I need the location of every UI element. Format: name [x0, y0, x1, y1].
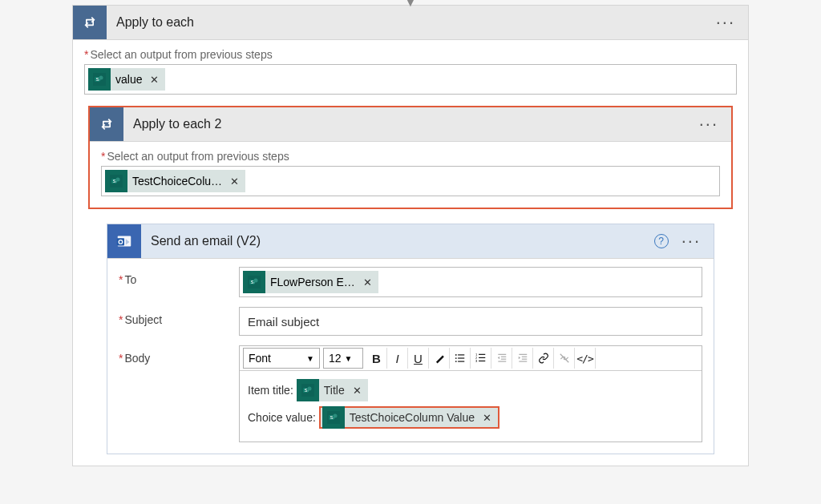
- svg-text:S: S: [330, 415, 333, 420]
- body-content[interactable]: Item title: S Title ✕: [240, 371, 702, 442]
- token-label: FLowPerson E…: [270, 276, 355, 288]
- underline-button[interactable]: U: [408, 348, 429, 369]
- output-input[interactable]: S value ✕: [84, 64, 737, 95]
- svg-rect-37: [519, 361, 527, 362]
- svg-point-2: [99, 76, 103, 80]
- bullet-list-button[interactable]: [450, 348, 471, 369]
- apply-to-each-2-card: Apply to each 2 ··· *Select an output fr…: [88, 106, 733, 209]
- card-title: Send an email (V2): [141, 234, 654, 248]
- output-input[interactable]: S TestChoiceColu… ✕: [101, 166, 720, 196]
- more-menu[interactable]: ···: [681, 237, 701, 245]
- token-remove[interactable]: ✕: [360, 276, 372, 288]
- svg-rect-32: [500, 359, 505, 360]
- more-menu[interactable]: ···: [716, 18, 735, 26]
- svg-point-46: [333, 414, 337, 418]
- italic-button[interactable]: I: [387, 348, 408, 369]
- svg-rect-31: [500, 357, 505, 357]
- svg-point-7: [116, 178, 120, 182]
- apply-to-each-card: Apply to each ··· *Select an output from…: [72, 5, 749, 466]
- svg-point-18: [455, 354, 456, 356]
- subject-input[interactable]: Email subject: [239, 307, 702, 336]
- svg-rect-21: [458, 357, 464, 358]
- subject-label: *Subject: [119, 307, 239, 326]
- dynamic-token-choicevalue[interactable]: S TestChoiceColumn Value ✕: [319, 406, 499, 429]
- svg-rect-27: [479, 357, 485, 358]
- help-icon[interactable]: ?: [654, 234, 669, 248]
- svg-rect-34: [519, 354, 527, 355]
- font-select[interactable]: Font▼: [243, 348, 320, 369]
- dynamic-token-value[interactable]: S value ✕: [88, 68, 165, 91]
- sharepoint-icon: S: [88, 68, 111, 91]
- sharepoint-icon: S: [105, 170, 127, 192]
- indent-button[interactable]: [512, 348, 533, 369]
- body-editor[interactable]: Font▼ 12▼ B I U: [239, 345, 702, 442]
- token-remove[interactable]: ✕: [147, 74, 159, 86]
- size-select[interactable]: 12▼: [323, 348, 363, 369]
- card-title: Apply to each 2: [123, 117, 699, 131]
- dynamic-token-testchoice[interactable]: S TestChoiceColu… ✕: [105, 170, 245, 192]
- card-header[interactable]: Send an email (V2) ? ···: [107, 224, 714, 259]
- svg-rect-36: [521, 359, 526, 360]
- code-view-button[interactable]: </>: [575, 348, 596, 369]
- loop-icon: [90, 107, 123, 141]
- outdent-button[interactable]: [491, 348, 512, 369]
- svg-rect-29: [479, 361, 485, 361]
- token-label: value: [115, 73, 142, 86]
- output-label: *Select an output from previous steps: [101, 150, 720, 163]
- svg-rect-30: [498, 354, 506, 355]
- body-label: *Body: [119, 345, 239, 365]
- svg-rect-23: [458, 361, 464, 362]
- to-label: *To: [119, 267, 239, 286]
- bold-button[interactable]: B: [366, 348, 387, 369]
- body-text: Item title:: [248, 384, 293, 397]
- color-button[interactable]: [429, 348, 450, 369]
- svg-rect-19: [458, 354, 464, 355]
- annotation-arrow: [0, 474, 821, 504]
- token-label: TestChoiceColumn Value: [350, 411, 475, 424]
- svg-rect-35: [521, 357, 526, 357]
- body-text: Choice value:: [248, 411, 316, 424]
- sharepoint-icon: S: [322, 406, 345, 429]
- to-input[interactable]: S FLowPerson E… ✕: [239, 267, 702, 297]
- more-menu[interactable]: ···: [699, 120, 718, 128]
- number-list-button[interactable]: 123: [471, 348, 491, 369]
- svg-text:S: S: [251, 280, 254, 284]
- body-toolbar: Font▼ 12▼ B I U: [240, 346, 702, 371]
- svg-text:S: S: [96, 77, 99, 82]
- token-remove[interactable]: ✕: [227, 175, 239, 187]
- svg-rect-33: [498, 361, 506, 362]
- svg-text:S: S: [304, 388, 307, 393]
- link-button[interactable]: [533, 348, 554, 369]
- svg-point-15: [254, 279, 258, 283]
- dynamic-token-flowperson[interactable]: S FLowPerson E… ✕: [243, 271, 378, 293]
- sharepoint-icon: S: [243, 271, 265, 293]
- card-title: Apply to each: [107, 15, 716, 30]
- outlook-icon: [107, 224, 141, 258]
- token-label: TestChoiceColu…: [132, 175, 222, 187]
- sharepoint-icon: S: [297, 379, 319, 401]
- svg-text:3: 3: [475, 359, 478, 363]
- svg-point-20: [455, 357, 456, 359]
- output-label: *Select an output from previous steps: [84, 48, 737, 61]
- card-header[interactable]: Apply to each ···: [73, 6, 748, 40]
- svg-point-22: [455, 361, 456, 362]
- svg-text:S: S: [113, 179, 116, 183]
- token-label: Title: [324, 384, 345, 397]
- loop-icon: [73, 6, 107, 39]
- dynamic-token-title[interactable]: S Title ✕: [297, 379, 368, 401]
- svg-rect-25: [479, 354, 485, 355]
- token-remove[interactable]: ✕: [479, 412, 491, 424]
- token-remove[interactable]: ✕: [350, 385, 362, 397]
- card-header[interactable]: Apply to each 2 ···: [90, 107, 731, 142]
- unlink-button[interactable]: [554, 348, 575, 369]
- send-email-card: Send an email (V2) ? ··· *To: [107, 224, 714, 454]
- svg-rect-11: [117, 238, 124, 245]
- svg-point-41: [307, 387, 311, 391]
